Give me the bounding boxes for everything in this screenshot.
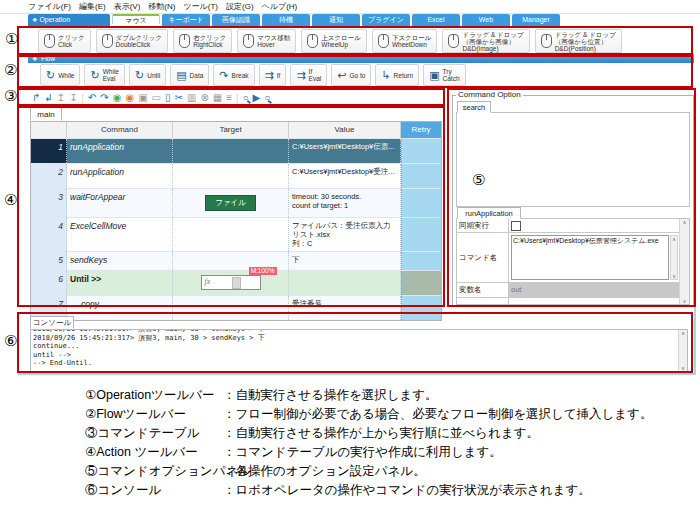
- ribbon-tab[interactable]: 待機: [262, 14, 310, 26]
- delete-icon[interactable]: ▥: [187, 92, 196, 104]
- retry-cell[interactable]: [401, 271, 441, 295]
- scroll-down-icon[interactable]: ∨: [683, 298, 687, 304]
- ribbon-tab[interactable]: プラグイン: [362, 14, 410, 26]
- undo-icon[interactable]: ↶: [88, 92, 96, 104]
- operation-button[interactable]: 上スクロールWheelUp: [301, 29, 367, 53]
- sync-exec-checkbox[interactable]: [511, 221, 521, 231]
- separator[interactable]: |: [236, 92, 238, 104]
- retry-cell[interactable]: [401, 218, 441, 251]
- tab-console[interactable]: コンソール: [30, 316, 74, 329]
- ribbon-tab[interactable]: マウス: [112, 14, 160, 24]
- operation-button[interactable]: マウス移動Hover: [237, 29, 296, 53]
- value-cell[interactable]: ファイルパス：受注伝票入力リスト.xlsx列：C: [289, 218, 401, 251]
- ribbon-tab[interactable]: Manager: [512, 14, 560, 26]
- operation-button[interactable]: ダブルクリックDoubleClick: [96, 29, 169, 53]
- flow-button[interactable]: ↳ Return: [375, 64, 419, 86]
- ribbon-tab[interactable]: キーボード: [162, 14, 210, 26]
- flow-button[interactable]: ↷ Break: [213, 64, 254, 86]
- camera-icon[interactable]: ▦: [213, 92, 222, 104]
- move-down-icon[interactable]: ↧: [69, 92, 77, 104]
- scroll-down-icon[interactable]: ∨: [681, 365, 685, 371]
- insert-row-above-icon[interactable]: ↱: [32, 92, 40, 104]
- flow-button[interactable]: ⇉ If: [259, 64, 287, 86]
- value-cell[interactable]: 下: [289, 252, 401, 270]
- scroll-up-icon[interactable]: ∧: [683, 219, 687, 225]
- capture-icon[interactable]: ▣: [138, 92, 147, 104]
- tab-operation[interactable]: ❖Operation: [28, 14, 110, 26]
- operation-button[interactable]: クリックClick: [38, 29, 91, 53]
- operation-button[interactable]: ドラッグ & ドロップ（画像から位置）D&D(Position): [535, 29, 622, 53]
- command-cell[interactable]: ExcelCellMove: [67, 218, 173, 251]
- flow-button[interactable]: ↻ Until: [129, 64, 166, 86]
- tab-main-script[interactable]: main: [30, 107, 62, 121]
- run-icon[interactable]: ▶: [253, 92, 261, 104]
- record-icon[interactable]: ◉: [113, 92, 122, 104]
- search-icon[interactable]: ○: [242, 92, 248, 104]
- table-row[interactable]: 2 runApplication C:¥Users¥jmt¥Desktop¥受注…: [31, 163, 441, 188]
- table-row[interactable]: 7 copy 受注番号: [31, 295, 441, 320]
- target-cell[interactable]: fx M:100%: [173, 271, 289, 295]
- target-cell[interactable]: [173, 139, 289, 163]
- retry-cell[interactable]: [401, 296, 441, 320]
- console-scrollbar[interactable]: ∧∨: [678, 330, 687, 371]
- menu-item[interactable]: ヘルプ(H): [262, 0, 298, 13]
- target-cell[interactable]: [173, 296, 289, 320]
- command-cell[interactable]: waitForAppear: [67, 189, 173, 217]
- move-up-icon[interactable]: ↥: [57, 92, 65, 104]
- menu-item[interactable]: 設定(G): [226, 0, 254, 13]
- menu-item[interactable]: 表示(V): [114, 0, 141, 13]
- retry-cell[interactable]: [401, 164, 441, 188]
- flow-button[interactable]: ↩ Go to: [331, 64, 371, 86]
- flow-button[interactable]: ↻ While: [40, 64, 80, 86]
- command-cell[interactable]: runApplication: [67, 164, 173, 188]
- flow-button[interactable]: ▤ Data: [170, 64, 209, 86]
- scroll-up-icon[interactable]: ∧: [681, 330, 685, 336]
- operation-button[interactable]: ドラッグ & ドロップ（画像から画像）D&D(Image): [442, 29, 529, 53]
- retry-cell[interactable]: [401, 189, 441, 217]
- insert-row-below-icon[interactable]: ↲: [44, 92, 52, 104]
- stop-icon[interactable]: ◉: [125, 92, 134, 104]
- search-plus-icon[interactable]: ○: [264, 92, 270, 104]
- table-row[interactable]: 1 runApplication C:¥Users¥jmt¥Desktop¥伝票…: [31, 138, 441, 163]
- value-cell[interactable]: timeout: 30 seconds.count of target: 1: [289, 189, 401, 217]
- tab-search[interactable]: search: [457, 101, 491, 113]
- value-cell[interactable]: [289, 271, 401, 295]
- menu-item[interactable]: 移動(N): [148, 0, 175, 13]
- flow-button[interactable]: ⇉ IfEval: [290, 64, 327, 86]
- operation-button[interactable]: 右クリックRightClick: [173, 29, 232, 53]
- ribbon-tab[interactable]: Excel: [412, 14, 460, 26]
- target-cell[interactable]: ファイル: [173, 189, 289, 217]
- flow-button[interactable]: ▣ TryCatch: [423, 64, 465, 86]
- ribbon-tab[interactable]: 通知: [312, 14, 360, 26]
- target-cell[interactable]: [173, 218, 289, 251]
- value-cell[interactable]: C:¥Users¥jmt¥Desktop¥伝票...: [289, 139, 401, 163]
- separator[interactable]: |: [82, 92, 84, 104]
- menu-item[interactable]: 編集(E): [79, 0, 106, 13]
- tab-runapplication[interactable]: runApplication: [457, 207, 521, 219]
- retry-cell[interactable]: [401, 252, 441, 270]
- fx-input[interactable]: fx: [201, 275, 261, 290]
- operation-button[interactable]: 下スクロールWheelDown: [372, 29, 438, 53]
- command-cell[interactable]: runApplication: [67, 139, 173, 163]
- list-icon[interactable]: ≡: [226, 92, 232, 104]
- textarea-scrollbar[interactable]: ∧∨: [670, 235, 678, 280]
- table-row[interactable]: 6 Until >> fx M:100%: [31, 270, 441, 295]
- table-row[interactable]: 5 sendKeys 下: [31, 251, 441, 270]
- retry-cell[interactable]: [401, 139, 441, 163]
- ribbon-tab[interactable]: Web: [462, 14, 510, 26]
- flow-button[interactable]: ↻ WhileEval: [84, 64, 124, 86]
- command-name-textarea[interactable]: C:¥Users¥jmt¥Desktop¥伝票管理システム.exe: [511, 235, 669, 280]
- new-page-icon[interactable]: ▯: [165, 92, 171, 104]
- table-row[interactable]: 4 ExcelCellMove ファイルパス：受注伝票入力リスト.xlsx列：C: [31, 217, 441, 251]
- command-cell[interactable]: Until >>: [67, 271, 173, 295]
- menu-item[interactable]: ファイル(F): [28, 0, 71, 13]
- scroll-up-icon[interactable]: ∧: [672, 236, 676, 242]
- redo-icon[interactable]: ↷: [100, 92, 108, 104]
- value-cell[interactable]: C:¥Users¥jmt¥Desktop¥受注...: [289, 164, 401, 188]
- command-cell[interactable]: sendKeys: [67, 252, 173, 270]
- target-cell[interactable]: [173, 164, 289, 188]
- table-row[interactable]: 3 waitForAppear ファイル timeout: 30 seconds…: [31, 188, 441, 217]
- option-panel-scrollbar[interactable]: ∧∨: [679, 219, 689, 304]
- cut-icon[interactable]: ✂: [175, 92, 183, 104]
- ribbon-tab[interactable]: 画像認識: [212, 14, 260, 26]
